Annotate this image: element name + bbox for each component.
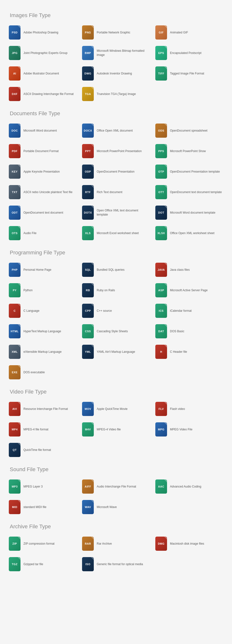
list-item: CSSCascading Style Sheets	[80, 322, 152, 340]
file-label: Microsoft Wave	[97, 505, 117, 509]
file-label: Flash video	[170, 407, 185, 411]
list-item: TGATruevision TGA (Targa) Image	[80, 85, 152, 103]
file-label: Microsoft Excel worksheet sheet	[97, 231, 139, 235]
list-item: XLSMicrosoft Excel worksheet sheet	[80, 224, 152, 242]
doc-icon: DOC	[9, 124, 20, 138]
list-item: DOCXOffice Open XML document	[80, 122, 152, 140]
file-label: ASCII nebo Unicode plaintext Text file	[24, 190, 72, 194]
java-icon: JAVA	[155, 263, 167, 277]
m4v-icon: M4V	[82, 422, 94, 436]
list-item: SQLBundled SQL queries	[80, 261, 152, 279]
yml-icon: YML	[82, 345, 94, 359]
file-label: Portable Network Graphic	[97, 30, 130, 35]
grid-video: AVIResource Interchange File FormatMOVAp…	[7, 400, 225, 459]
file-label: Gzipped tar file	[24, 562, 43, 566]
page: Images File TypePSDAdobe Photoshop Drawi…	[0, 0, 232, 586]
ods-icon: ODS	[155, 124, 167, 138]
sql-icon: SQL	[82, 263, 94, 277]
file-label: iCalendar format	[170, 309, 192, 313]
file-label: standard MIDI file	[24, 505, 46, 509]
ott-icon: OTT	[155, 185, 167, 199]
file-label: Truevision TGA (Targa) Image	[97, 92, 136, 96]
tgz-icon: TGZ	[9, 557, 20, 571]
file-label: Open Office XML text document template	[97, 208, 150, 217]
file-label: Resource Interchange File Format	[24, 407, 68, 411]
file-label: Rar Archive	[97, 542, 112, 546]
iso-icon: ISO	[82, 557, 94, 571]
list-item: AVIResource Interchange File Format	[7, 400, 78, 418]
tiff-icon: TIFF	[155, 66, 167, 80]
file-label: Encapsulated Postscript	[170, 51, 202, 55]
ots-icon: OTS	[9, 226, 20, 240]
bmp-icon: BMP	[82, 46, 94, 60]
zip-icon: ZIP	[9, 536, 20, 551]
dotx-icon: DOTX	[82, 206, 94, 220]
file-label: Microsoft PowerPoint Show	[170, 149, 206, 153]
section-title-programming: Programming File Type	[10, 250, 225, 256]
file-label: OpenDocument spreadsheet	[170, 129, 207, 133]
list-item: AACAdvanced Audio Coding	[154, 478, 225, 496]
grid-sound: MP3MPEG Layer 3AIFFAudio Interchange Fil…	[7, 478, 225, 516]
php-icon: PHP	[9, 263, 20, 277]
file-label: DOS executable	[24, 370, 45, 374]
list-item: DOTXOpen Office XML text document templa…	[80, 204, 152, 222]
file-label: Microsoft Windows Bitmap formatted image	[97, 49, 150, 57]
key-icon: KEY	[9, 164, 20, 179]
html-icon: HTML	[9, 324, 20, 338]
file-label: MPEG-4 file format	[24, 428, 48, 432]
list-item: ODSOpenDocument spreadsheet	[154, 122, 225, 140]
grid-documents: DOCMicrosoft Word documentDOCXOffice Ope…	[7, 122, 225, 242]
file-label: OpenDocument Presentation	[97, 170, 134, 174]
file-label: HyperText Markup Language	[24, 329, 61, 334]
list-item: RBRuby on Rails	[80, 281, 152, 299]
list-item: FLVFlash video	[154, 400, 225, 418]
file-label: Ruby on Rails	[97, 288, 115, 292]
list-item: RTFRich Text document	[80, 183, 152, 201]
aiff-icon: AIFF	[82, 480, 94, 494]
list-item: ODPOpenDocument Presentation	[80, 162, 152, 181]
list-item: PYPython	[7, 281, 78, 299]
list-item: MPGMPEG Video File	[154, 420, 225, 438]
dmg-icon: DMG	[155, 536, 167, 551]
list-item: MP4MPEG-4 file format	[7, 420, 78, 438]
aac-icon: AAC	[155, 480, 167, 494]
file-label: Python	[24, 288, 32, 292]
file-label: C Language	[24, 309, 39, 313]
list-item: JAVAJava class files	[154, 261, 225, 279]
exe-icon: EXE	[9, 365, 20, 379]
list-item: CC Language	[7, 302, 78, 320]
list-item: ISOGeneric file format for optical media	[80, 555, 152, 573]
list-item: DXFASCII Drawing Interchange file Format	[7, 85, 78, 103]
file-label: MPEG-4 Video file	[97, 428, 121, 432]
ics-icon: ICS	[155, 304, 167, 318]
docx-icon: DOCX	[82, 124, 94, 138]
mpg-icon: MPG	[155, 422, 167, 436]
py-icon: PY	[9, 283, 20, 297]
grid-programming: PHPPersonal Home PageSQLBundled SQL quer…	[7, 261, 225, 381]
list-item: EPSEncapsulated Postscript	[154, 44, 225, 62]
file-label: Generic file format for optical media	[97, 562, 143, 566]
list-item: WAVMicrosoft Wave	[80, 498, 152, 516]
list-item: XLSXOffice Open XML worksheet sheet	[154, 224, 225, 242]
tga-icon: TGA	[82, 87, 94, 101]
file-label: Adobe Illustrator Document	[24, 72, 59, 76]
list-item: PPTMicrosoft PowerPoint Presentation	[80, 142, 152, 160]
list-item: DATDOS Basic	[154, 322, 225, 340]
file-label: Audio Interchange File Format	[97, 484, 136, 489]
list-item: ZIPZIP compression format	[7, 535, 78, 553]
dot-icon: DOT	[155, 206, 167, 220]
section-title-images: Images File Type	[10, 12, 225, 18]
rtf-icon: RTF	[82, 185, 94, 199]
file-label: C Header file	[170, 350, 187, 354]
png-icon: PNG	[82, 26, 94, 40]
rb-icon: RB	[82, 283, 94, 297]
file-label: Office Open XML worksheet sheet	[170, 231, 214, 235]
list-item: DMGMacintosh disk image files	[154, 535, 225, 553]
c-icon: C	[9, 304, 20, 318]
list-item: OTSAudio File	[7, 224, 78, 242]
css-icon: CSS	[82, 324, 94, 338]
list-item: MIDstandard MIDI file	[7, 498, 78, 516]
list-item: TGZGzipped tar file	[7, 555, 78, 573]
ppt-icon: PPT	[82, 144, 94, 158]
dat-icon: DAT	[155, 324, 167, 338]
